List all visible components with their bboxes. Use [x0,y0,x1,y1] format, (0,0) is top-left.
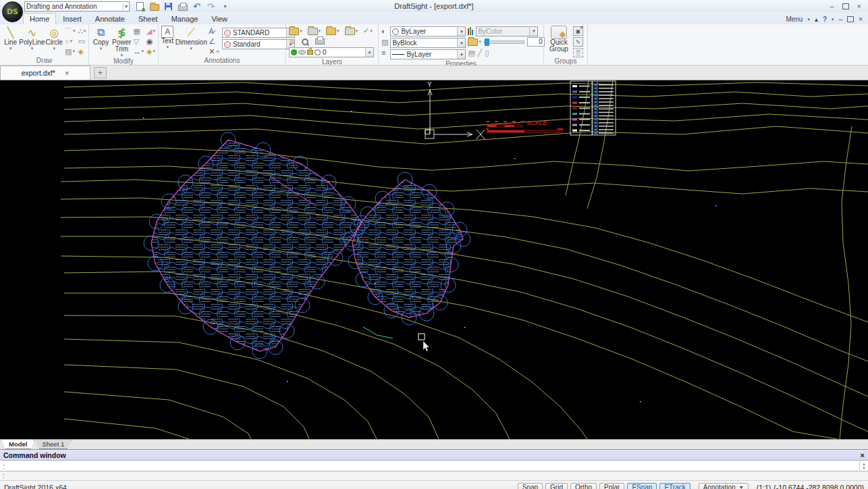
restore-button[interactable] [842,3,849,9]
redo-button[interactable]: ↷ [206,1,216,11]
tab-manage[interactable]: Manage [165,13,205,24]
command-prompt: : [3,462,5,470]
print-button[interactable] [178,1,188,11]
transparency-folder-button[interactable]: ▾ [468,37,481,47]
circle-button[interactable]: ◎ Circle ▾ [45,26,63,51]
ungroup-button[interactable]: ▣ [573,26,583,36]
tab-home[interactable]: Home [23,13,56,24]
sheet-tab-model[interactable]: Model [1,440,34,449]
qat-customize-button[interactable]: ▾ [220,1,230,11]
app-version-label: DraftSight 2016 x64 [4,484,67,489]
layer-find-button[interactable] [302,36,308,46]
line-icon: ╲ [7,26,14,39]
pattern-button[interactable]: ▦ [134,26,144,36]
point-pattern-button[interactable]: ∴▾ [78,26,86,36]
by-color-combo[interactable]: ByColor ▾ [476,26,538,36]
stretch-button[interactable]: ↔▾ [134,47,144,56]
power-trim-button[interactable]: ≸ Power Trim ▾ [112,26,132,57]
lineweight-button[interactable]: ▨ [381,37,388,47]
text-style-button[interactable]: A̷ [209,26,220,36]
layer-tools-button[interactable]: ▾ [345,26,358,36]
close-tab-icon[interactable]: × [65,69,69,77]
doc-close-button[interactable]: × [859,16,863,23]
command-window-header[interactable]: Command window × [0,449,868,461]
group-highlight-button[interactable]: ▒ [573,48,583,57]
angle-dimension-button[interactable]: ∠ [209,36,220,46]
paper-button[interactable]: ▯ [485,48,489,57]
transparency-value[interactable]: 0 [527,37,545,47]
palette-button[interactable]: ▤ [468,48,474,57]
layer-preview-button[interactable]: ▾ [308,26,321,36]
transparency-slider[interactable] [484,41,524,44]
multileader-buttons[interactable]: ✕+ [209,47,220,56]
document-tab[interactable]: export.dxf* × [0,66,90,80]
line-style-combo[interactable]: ByLayer ▾ [390,49,466,59]
app-logo-icon[interactable]: DS [2,1,23,22]
style-icon [224,30,231,36]
toggle-esnap[interactable]: ESnap [627,483,657,489]
ribbon-tab-row: HomeInsertAnnotateSheetManageView Menu ▾… [0,12,868,24]
help-button[interactable]: ? [823,16,827,23]
undo-button[interactable]: ↶ [192,1,202,11]
layer-print-button[interactable] [315,36,325,46]
menu-button[interactable]: Menu [786,16,803,23]
close-icon[interactable]: × [861,451,865,459]
tab-annotate[interactable]: Annotate [88,13,132,24]
polyline-button[interactable]: ∿ PolyLine ▾ [20,26,43,51]
annotation-scale-dropdown[interactable]: Annotation ▼ [699,483,749,489]
plane-button[interactable]: ◈ [78,47,86,56]
layer-states-button[interactable]: ▾ [326,26,340,36]
dimension-button[interactable]: ⟋ Dimension ▾ [175,26,207,51]
slider-knob[interactable] [485,38,489,46]
line-color-combo[interactable]: ByLayer ▾ [390,26,466,36]
toggle-etrack[interactable]: ETrack [659,483,690,489]
delete-button[interactable]: ◢▾ [146,26,155,36]
ellipse-button[interactable]: ○▾ [65,36,76,46]
layer-combo[interactable]: 0 ▾ [289,47,374,57]
offset-button[interactable]: ▽ [134,36,144,46]
sheet-tab-sheet-1[interactable]: Sheet 1 [34,440,72,449]
layer-activate-button[interactable]: ≣ [289,36,295,46]
command-spinner[interactable]: ▲▼ [859,461,868,470]
close-button[interactable]: × [857,3,861,9]
panel-label-groups: Groups [544,57,587,65]
tab-view[interactable]: View [205,13,234,24]
tab-sheet[interactable]: Sheet [132,13,165,24]
entity-color-button[interactable]: ◐ [381,26,388,36]
new-document-tab-button[interactable]: + [94,67,107,78]
command-input[interactable]: : ▲▼ [0,461,868,471]
doc-minimize-button[interactable]: – [839,16,843,23]
edit-pencil-button[interactable]: ╱ [478,48,483,57]
tab-insert[interactable]: Insert [56,13,88,24]
quick-group-button[interactable]: Quick Group [547,26,571,53]
hatch-button[interactable]: ▨▾ [65,47,76,56]
save-button[interactable] [163,1,173,11]
toggle-snap[interactable]: Snap [518,483,543,489]
explode-button[interactable]: ◉ [146,36,155,46]
workspace-dropdown[interactable]: Drafting and Annotation ▾ [24,1,130,11]
arc-button[interactable]: ⌒▾ [65,26,76,36]
layer-on-button[interactable]: ✓▾ [363,26,373,36]
point-entity [351,111,352,111]
open-file-button[interactable] [149,1,159,11]
copy-button[interactable]: ⧉ Copy ▾ [92,26,110,51]
document-tab-bar: export.dxf* × + [0,66,868,80]
minimize-ribbon-button[interactable]: ▴ [815,16,818,23]
minimize-button[interactable]: – [830,3,834,9]
new-file-button[interactable] [135,1,145,11]
dimension-style-combo[interactable]: Standard ▾ [222,39,295,49]
line-weight-combo[interactable]: ByBlock ▾ [390,38,466,48]
text-button[interactable]: A Text ▾ [161,26,173,49]
toggle-grid[interactable]: Grid [545,483,568,489]
annotation-bubble-button[interactable]: ▭ [78,36,86,46]
layers-manager-button[interactable]: ▾ [289,26,302,36]
drawing-canvas[interactable]: YSCALE [0,80,868,439]
toggle-polar[interactable]: Polar [599,483,624,489]
weld-button[interactable]: ◈▾ [146,47,155,56]
line-button[interactable]: ╲ Line ▾ [3,26,18,51]
text-style-combo[interactable]: STANDARD ▾ [222,28,295,38]
edit-group-button[interactable]: ✎ [573,37,583,47]
linestyle-button[interactable]: ≡ [381,48,388,57]
doc-restore-button[interactable] [847,16,854,22]
toggle-ortho[interactable]: Ortho [570,483,597,489]
